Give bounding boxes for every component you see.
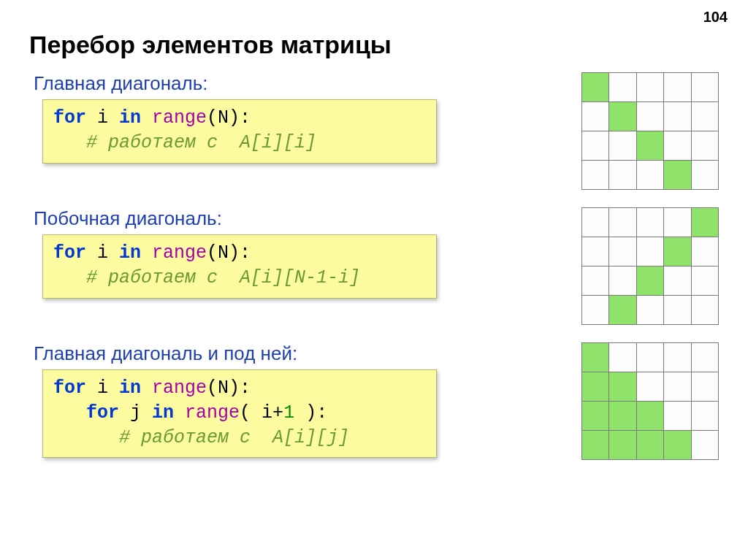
grid-illustration <box>581 72 719 190</box>
grid-cell <box>636 237 663 266</box>
paren: ( <box>207 377 218 399</box>
kw-for: for <box>86 402 119 423</box>
grid-cell <box>609 102 636 131</box>
grid-cell <box>582 296 609 325</box>
section-main-diagonal: Главная диагональ: for i in range(N): # … <box>29 72 719 190</box>
kw-in: in <box>152 402 174 423</box>
arg-pre: i+ <box>251 402 283 423</box>
section-below-diagonal: Главная диагональ и под ней: for i in ra… <box>29 342 719 460</box>
grid-cell <box>582 161 609 190</box>
grid-cell <box>609 402 636 431</box>
code-text <box>141 107 152 129</box>
grid-cell <box>582 73 609 102</box>
grid-cell <box>609 431 636 460</box>
grid-cell <box>609 73 636 102</box>
subheading: Побочная диагональ: <box>34 207 581 230</box>
grid-cell <box>636 73 663 102</box>
arg-post <box>294 402 305 423</box>
grid-cell <box>691 402 718 431</box>
grid-cell <box>582 343 609 372</box>
grid-cell <box>582 431 609 460</box>
grid-cell <box>609 372 636 402</box>
grid-cell <box>609 131 636 161</box>
grid-cell <box>664 296 691 325</box>
grid-cell <box>664 431 691 460</box>
grid-cell <box>636 343 663 372</box>
grid-cell <box>664 372 691 402</box>
grid-cell <box>636 431 663 460</box>
kw-in: in <box>119 242 141 264</box>
grid-cell <box>636 296 663 325</box>
comment: # работаем с A[i][i] <box>86 132 316 153</box>
grid-cell <box>691 372 718 402</box>
paren: ): <box>229 377 251 399</box>
page-number: 104 <box>703 9 728 26</box>
grid-cell <box>636 266 663 296</box>
paren: ( <box>207 242 218 264</box>
code-text <box>141 242 152 264</box>
code-block: for i in range(N): for j in range( i+1 )… <box>42 369 437 458</box>
grid-cell <box>691 296 718 325</box>
code-text: j <box>119 402 152 423</box>
grid-cell <box>664 208 691 237</box>
grid-cell <box>582 237 609 266</box>
grid-cell <box>691 131 718 161</box>
comment: # работаем с A[i][N-1-i] <box>86 267 360 288</box>
indent <box>53 132 86 153</box>
grid-cell <box>582 208 609 237</box>
arg: N <box>218 107 229 129</box>
paren: ): <box>229 242 251 264</box>
grid-cell <box>582 402 609 431</box>
grid-cell <box>609 266 636 296</box>
fn-range: range <box>152 377 207 399</box>
indent <box>53 427 119 448</box>
grid-cell <box>664 402 691 431</box>
kw-for: for <box>53 377 86 399</box>
paren: ( <box>240 402 251 423</box>
grid-cell <box>636 131 663 161</box>
grid-cell <box>664 73 691 102</box>
section-secondary-diagonal: Побочная диагональ: for i in range(N): #… <box>29 207 719 325</box>
grid-cell <box>664 102 691 131</box>
grid-cell <box>582 372 609 402</box>
subheading: Главная диагональ и под ней: <box>34 342 581 365</box>
indent <box>53 402 86 423</box>
grid-cell <box>664 266 691 296</box>
code-text <box>174 402 185 423</box>
code-text: i <box>86 242 119 264</box>
fn-range: range <box>152 242 207 264</box>
indent <box>53 267 86 288</box>
grid-cell <box>691 343 718 372</box>
kw-in: in <box>119 377 141 399</box>
kw-in: in <box>119 107 141 129</box>
grid-cell <box>609 161 636 190</box>
grid-cell <box>691 431 718 460</box>
grid-cell <box>582 266 609 296</box>
grid-cell <box>609 296 636 325</box>
grid-cell <box>636 102 663 131</box>
grid-cell <box>691 208 718 237</box>
grid-cell <box>691 161 718 190</box>
code-block: for i in range(N): # работаем с A[i][i] <box>42 99 437 164</box>
grid-cell <box>636 161 663 190</box>
page-title: Перебор элементов матрицы <box>29 31 719 59</box>
grid-cell <box>582 131 609 161</box>
grid-cell <box>582 102 609 131</box>
grid-cell <box>691 102 718 131</box>
code-text: i <box>86 107 119 129</box>
arg: N <box>218 377 229 399</box>
kw-for: for <box>53 107 86 129</box>
grid-cell <box>691 237 718 266</box>
subheading: Главная диагональ: <box>34 72 581 95</box>
paren: ): <box>305 402 327 423</box>
paren: ): <box>229 107 251 129</box>
grid-cell <box>691 266 718 296</box>
grid-cell <box>609 237 636 266</box>
grid-cell <box>636 372 663 402</box>
paren: ( <box>207 107 218 129</box>
number-literal: 1 <box>283 402 294 423</box>
code-block: for i in range(N): # работаем с A[i][N-1… <box>42 234 437 299</box>
grid-illustration <box>581 207 719 325</box>
comment: # работаем с A[i][j] <box>119 427 349 448</box>
grid-illustration <box>581 342 719 460</box>
